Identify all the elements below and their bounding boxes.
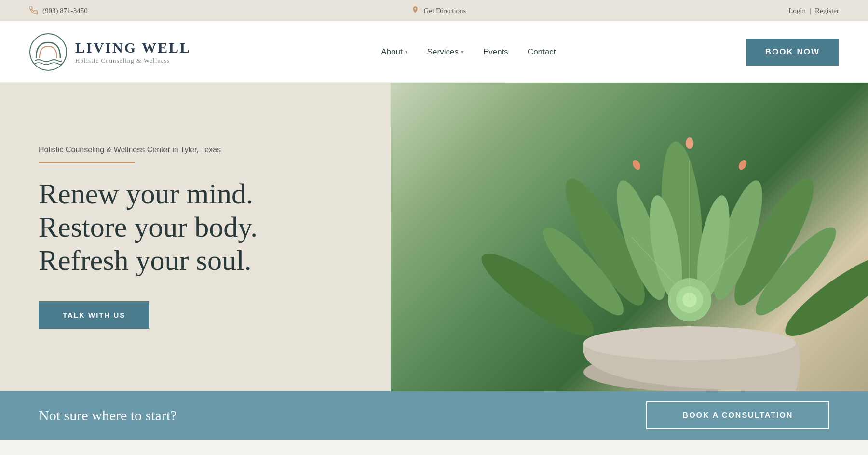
top-bar: (903) 871-3450 Get Directions Login | Re…	[0, 0, 868, 21]
svg-point-2	[583, 326, 796, 360]
svg-point-0	[30, 34, 67, 70]
login-link[interactable]: Login	[788, 7, 806, 15]
svg-point-19	[737, 159, 748, 171]
talk-with-us-button[interactable]: TALK WITH US	[39, 301, 149, 329]
hero-title: Renew your mind. Restore your body. Refr…	[39, 177, 258, 277]
consultation-text: Not sure where to start?	[39, 407, 177, 424]
nav-services-label: Services	[427, 47, 459, 57]
auth-separator: |	[810, 7, 811, 15]
location-icon	[410, 6, 420, 15]
hero-title-line2: Restore your body.	[39, 211, 258, 243]
about-chevron-icon: ▾	[405, 49, 408, 55]
hero-content: Holistic Counseling & Wellness Center in…	[0, 146, 258, 329]
services-chevron-icon: ▾	[461, 49, 464, 55]
register-link[interactable]: Register	[815, 7, 839, 15]
book-consultation-button[interactable]: BOOK A CONSULTATION	[646, 401, 829, 429]
main-nav: About ▾ Services ▾ Events Contact	[381, 47, 556, 57]
hero-divider	[39, 162, 135, 163]
hero-background-image	[391, 83, 868, 391]
nav-contact[interactable]: Contact	[528, 47, 556, 57]
nav-about-label: About	[381, 47, 402, 57]
bottom-area	[0, 440, 868, 455]
hero-section: Holistic Counseling & Wellness Center in…	[0, 83, 868, 391]
book-now-button[interactable]: BOOK NOW	[746, 39, 839, 66]
succulent-svg	[473, 83, 868, 391]
logo-subtitle: Holistic Counseling & Wellness	[75, 57, 191, 65]
logo-text: LIVING WELL Holistic Counseling & Wellne…	[75, 40, 191, 65]
phone-number[interactable]: (903) 871-3450	[42, 7, 88, 15]
logo-icon	[29, 33, 68, 71]
hero-subtitle: Holistic Counseling & Wellness Center in…	[39, 146, 258, 154]
hero-title-line3: Refresh your soul.	[39, 244, 252, 276]
logo-title: LIVING WELL	[75, 40, 191, 56]
nav-events-label: Events	[483, 47, 508, 57]
phone-area[interactable]: (903) 871-3450	[29, 6, 88, 15]
header: LIVING WELL Holistic Counseling & Wellne…	[0, 21, 868, 83]
logo-area[interactable]: LIVING WELL Holistic Counseling & Wellne…	[29, 33, 191, 71]
svg-point-18	[631, 159, 642, 171]
nav-about[interactable]: About ▾	[381, 47, 407, 57]
auth-area: Login | Register	[788, 7, 839, 15]
nav-events[interactable]: Events	[483, 47, 508, 57]
directions-area[interactable]: Get Directions	[410, 6, 466, 15]
svg-point-17	[686, 137, 693, 149]
phone-icon	[29, 6, 39, 15]
nav-services[interactable]: Services ▾	[427, 47, 464, 57]
nav-contact-label: Contact	[528, 47, 556, 57]
directions-link[interactable]: Get Directions	[424, 7, 466, 15]
hero-title-line1: Renew your mind.	[39, 178, 253, 210]
consultation-bar: Not sure where to start? BOOK A CONSULTA…	[0, 391, 868, 440]
